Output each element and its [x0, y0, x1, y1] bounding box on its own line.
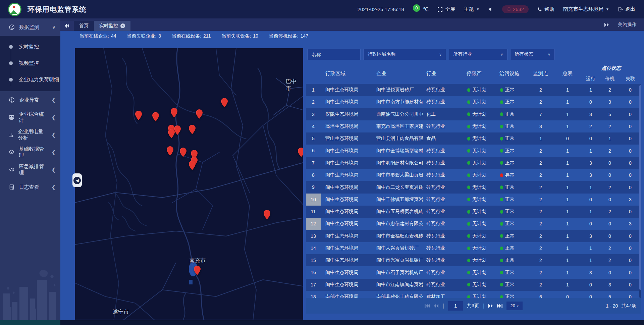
- temperature-badge: 0: [413, 4, 420, 12]
- table-row[interactable]: 2阆中生态环境局阆中市南方节能建材有砖瓦行业无计划正常21030: [306, 96, 641, 108]
- map-pin[interactable]: [174, 125, 181, 135]
- first-page-button[interactable]: [425, 304, 430, 308]
- cell-stop: 1: [600, 136, 619, 141]
- cell-lost: 0: [619, 258, 641, 263]
- sidebar-group-企业异常[interactable]: 企业异常❮: [0, 91, 60, 109]
- map-pin[interactable]: [189, 125, 196, 134]
- table-row[interactable]: 1阆中生态环境局阆中强锐页岩砖厂砖瓦行业无计划正常21120: [306, 84, 641, 96]
- table-row[interactable]: 17阆中生态环境局阆中市江南镇阆南页岩砖瓦行业无计划正常21030: [306, 279, 641, 291]
- cell-company: 西南油气田分公司川中: [372, 108, 423, 120]
- cell-run: 1: [581, 258, 600, 263]
- notification-badge[interactable]: 2632: [502, 5, 529, 13]
- table-row[interactable]: 14阆中生态环境局阆中大兴页岩机砖厂砖瓦行业无计划正常21120: [306, 242, 641, 254]
- close-operations-button[interactable]: 关闭操作: [618, 22, 637, 28]
- table-row[interactable]: 18南部生态环境局南部县砂化土砖有限公建材加工无计划正常60050: [306, 291, 641, 299]
- city-label-巴中市: 巴中市: [286, 78, 297, 92]
- table-scrollbar[interactable]: [639, 85, 641, 298]
- table-row[interactable]: 8阆中生态环境局阆中市枣碧大梁山页岩砖瓦行业无计划异常21300: [306, 169, 641, 181]
- map-pin[interactable]: [189, 161, 196, 170]
- tab-close-icon[interactable]: ✕: [120, 23, 125, 28]
- cell-company: 阆中明阳建材有限公司: [372, 157, 423, 169]
- tab-首页[interactable]: 首页: [74, 21, 94, 31]
- cell-limit: 无计划: [464, 197, 496, 203]
- map-pin[interactable]: [171, 108, 177, 117]
- status-filter-select[interactable]: 所有状态∨: [510, 49, 555, 60]
- stat-label: 当前失联设备:: [221, 33, 251, 39]
- cell-total: 1: [554, 99, 581, 105]
- phone-icon: [537, 7, 542, 12]
- table-row[interactable]: 12阆中生态环境局阆中市忠信建材有限公砖瓦行业无计划正常21003: [306, 218, 641, 230]
- stat-当前失联企业: 当前失联企业:3: [127, 33, 161, 39]
- cell-run: 0: [581, 282, 600, 287]
- sidebar-item-企业电力负荷明细[interactable]: 企业电力负荷明细: [0, 71, 60, 88]
- fullscreen-button[interactable]: 全屏: [437, 6, 455, 12]
- stat-当前在线设备: 当前在线设备:211: [172, 33, 211, 39]
- cell-total: 1: [554, 124, 581, 129]
- page-number-input[interactable]: [448, 301, 463, 311]
- cell-company: 阆中市南方节能建材有: [372, 96, 423, 108]
- map-pin[interactable]: [135, 111, 142, 120]
- map-pin[interactable]: [180, 148, 186, 157]
- table-row[interactable]: 9阆中生态环境局阆中市二龙长宝页岩砖砖瓦行业无计划正常21120: [306, 181, 641, 193]
- table-row[interactable]: 7阆中生态环境局阆中明阳建材有限公司砖瓦行业无计划正常21300: [306, 157, 641, 169]
- name-filter-input[interactable]: [307, 49, 361, 60]
- table-row[interactable]: 5营山生态环境局营山县润丰肉食品有限食品无计划正常10010: [306, 132, 641, 145]
- prev-page-button[interactable]: [434, 304, 439, 308]
- table-row[interactable]: 13阆中生态环境局阆中市金福旺页岩机砖砖瓦行业无计划正常21300: [306, 230, 641, 242]
- last-page-button[interactable]: [497, 304, 502, 308]
- table-row[interactable]: 16阆中生态环境局阆中市石子页岩机砖厂砖瓦行业无计划正常21300: [306, 266, 641, 278]
- table-row[interactable]: 15阆中生态环境局阆中市光富页岩机砖厂砖瓦行业无计划正常21120: [306, 254, 641, 266]
- map-pin[interactable]: [196, 109, 203, 119]
- industry-filter-select[interactable]: 所有行业∨: [449, 49, 507, 60]
- map-pin[interactable]: [194, 266, 201, 275]
- tab-实时监控[interactable]: 实时监控✕: [94, 21, 130, 31]
- sidebar-group-label: 应急减排管理: [19, 163, 47, 176]
- region-filter-select[interactable]: 行政区域名称∨: [363, 49, 446, 60]
- map-panel[interactable]: 巴中市南充市遂宁市: [74, 48, 304, 320]
- sidebar-group-企业用电量分析[interactable]: 企业用电量分析❮: [0, 126, 60, 144]
- cell-total: 1: [554, 282, 581, 287]
- map-pin[interactable]: [167, 146, 173, 156]
- cell-limit: 无计划: [464, 123, 496, 129]
- map-pin[interactable]: [221, 98, 228, 107]
- sidebar-group-基础数据管理[interactable]: 基础数据管理❮: [0, 144, 60, 161]
- scrollbar-thumb[interactable]: [639, 85, 641, 290]
- sidebar-item-实时监控[interactable]: 实时监控: [0, 39, 60, 55]
- map-pin[interactable]: [264, 210, 270, 219]
- table-row[interactable]: 3仪陇生态环境局西南油气田分公司川中化工无计划正常71350: [306, 108, 641, 120]
- map-pin[interactable]: [298, 148, 304, 157]
- sidebar-group-应急减排管理[interactable]: 应急减排管理❮: [0, 161, 60, 178]
- table-row[interactable]: 11阆中生态环境局阆中市五马桥页岩机砖砖瓦行业无计划正常21120: [306, 206, 641, 218]
- map-pin[interactable]: [168, 129, 175, 138]
- next-page-button[interactable]: [488, 304, 493, 308]
- double-chevron-right-icon[interactable]: [604, 23, 609, 27]
- cell-monitor: 2: [527, 209, 554, 214]
- sidebar-group-数据监测[interactable]: 数据监测∨: [0, 18, 60, 36]
- sidebar-group-企业综合统计[interactable]: 企业综合统计❮: [0, 109, 60, 126]
- theme-dropdown[interactable]: 主题▼: [464, 6, 480, 12]
- cell-stop: 2: [600, 209, 619, 214]
- cell-region: 阆中生态环境局: [321, 218, 372, 230]
- map-collapse-button[interactable]: ◀: [72, 173, 82, 187]
- cell-stop: 3: [600, 99, 619, 105]
- status-dot-icon: [500, 88, 503, 92]
- cell-region: 高坪生态环境局: [321, 120, 372, 132]
- status-dot-icon: [467, 271, 470, 274]
- status-dot-icon: [467, 222, 470, 226]
- help-button[interactable]: 帮助: [537, 6, 554, 12]
- table-row[interactable]: 4高坪生态环境局南充市高坪区王家店建砖瓦行业无计划正常31220: [306, 120, 641, 132]
- page-size-select[interactable]: 20∨: [506, 302, 523, 310]
- cell-stop: 0: [600, 270, 619, 275]
- sidebar-group-日志查看[interactable]: 日志查看❮: [0, 178, 60, 196]
- map-pin[interactable]: [152, 112, 159, 121]
- logout-button[interactable]: 退出: [618, 6, 635, 12]
- logout-icon: [618, 7, 623, 12]
- table-row[interactable]: 6阆中生态环境局阆中市金博瑞新型墙材砖瓦行业无计划正常21120: [306, 145, 641, 157]
- tabs-scroll-left-button[interactable]: [60, 21, 74, 31]
- row-index: 5: [306, 132, 321, 145]
- cell-facility: 正常: [496, 245, 527, 251]
- table-row[interactable]: 10阆中生态环境局阆中千佛镇五郎垭页岩砖瓦行业无计划正常21003: [306, 194, 641, 206]
- sidebar-item-视频监控[interactable]: 视频监控: [0, 55, 60, 71]
- speaker-muted-icon[interactable]: [488, 7, 493, 12]
- org-dropdown[interactable]: 南充市生态环境局▼: [563, 6, 609, 12]
